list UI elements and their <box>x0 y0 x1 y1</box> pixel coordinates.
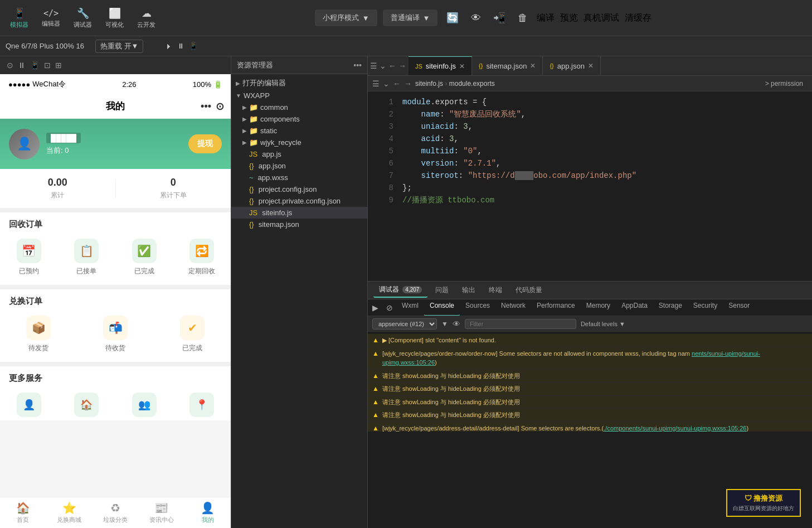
file-item-components[interactable]: ▶ 📁 components <box>231 113 367 125</box>
file-item-projectprivate[interactable]: {} project.private.config.json <box>231 195 367 207</box>
tab-sitemap[interactable]: {} sitemap.json ✕ <box>472 56 543 76</box>
breadcrumb-exports[interactable]: module.exports <box>449 80 495 88</box>
stop-icon[interactable]: ⏸ <box>177 42 184 50</box>
service-select[interactable]: appservice (#12) <box>372 318 437 330</box>
play-icon[interactable]: ⏵ <box>166 42 173 50</box>
right-arrow-icon[interactable]: → <box>398 61 406 70</box>
clear-cache-icon[interactable]: 🗑 <box>514 10 531 26</box>
tab-icon-siteinfo: JS <box>415 63 422 70</box>
console-link-1[interactable]: nents/sunui-upimg/sunui-upimg.wxss:105:2… <box>382 350 760 366</box>
file-item-sitemap[interactable]: {} sitemap.json <box>231 219 367 230</box>
order-item-received[interactable]: 📋 已接单 <box>58 239 116 276</box>
file-item-appjs[interactable]: JS app.js <box>231 148 367 160</box>
debug-tab-quality[interactable]: 代码质量 <box>510 283 548 297</box>
debug-tab-output[interactable]: 输出 <box>456 283 481 297</box>
file-item-wxapp[interactable]: ▼ WXAPP <box>231 90 367 101</box>
permission-hint[interactable]: > permission <box>761 80 808 88</box>
phone-icon[interactable]: 📱 <box>189 42 198 50</box>
filter-input[interactable] <box>465 319 576 329</box>
exchange-item-done[interactable]: ✔ 已完成 <box>154 316 231 353</box>
left-arrow-icon[interactable]: ← <box>388 61 396 70</box>
back-arrow-icon[interactable]: ← <box>393 79 401 88</box>
console-tab-security[interactable]: Security <box>688 299 723 316</box>
phone-ctrl-home[interactable]: 📱 <box>30 61 40 70</box>
preview-icon[interactable]: 👁 <box>468 10 484 26</box>
phone-ctrl-back[interactable]: ⊙ <box>7 61 13 70</box>
console-nav-left[interactable]: ▶ <box>368 303 383 312</box>
visual-btn[interactable]: ⬜ 可视化 <box>101 5 128 31</box>
service-item-home[interactable]: 🏠 <box>58 393 116 417</box>
tab-close-appjson[interactable]: ✕ <box>588 62 594 70</box>
console-nav-stop[interactable]: ⊘ <box>383 303 396 312</box>
file-item-opened-editors[interactable]: ▶ 打开的编辑器 <box>231 76 367 90</box>
console-tab-memory[interactable]: Memory <box>581 299 616 316</box>
tab-siteinfo[interactable]: JS siteinfo.js ✕ <box>409 56 472 76</box>
debug-tab-issues[interactable]: 问题 <box>430 283 454 297</box>
tab-appjson[interactable]: {} app.json ✕ <box>543 56 601 76</box>
file-item-common[interactable]: ▶ 📁 common <box>231 101 367 113</box>
editor-btn[interactable]: </> 编辑器 <box>37 6 65 30</box>
debug-tab-terminal[interactable]: 终端 <box>483 283 508 297</box>
chevron-down-icon[interactable]: ⌄ <box>380 61 386 70</box>
order-item-periodic[interactable]: 🔁 定期回收 <box>173 239 231 276</box>
device-debug-label: 真机调试 <box>584 12 619 24</box>
order-item-done[interactable]: ✅ 已完成 <box>115 239 173 276</box>
console-link-6[interactable]: ./components/sunui-upimg/sunui-upimg.wxs… <box>604 425 746 432</box>
default-levels[interactable]: Default levels ▼ <box>581 321 625 327</box>
console-tab-sources[interactable]: Sources <box>460 299 495 316</box>
file-item-wjyk[interactable]: ▶ 📁 wjyk_recycle <box>231 137 367 148</box>
file-item-appjson[interactable]: {} app.json <box>231 160 367 172</box>
console-tab-network[interactable]: Network <box>495 299 531 316</box>
withdraw-button[interactable]: 提现 <box>188 134 222 153</box>
more-dots-icon[interactable]: ••• <box>201 100 211 112</box>
fwd-arrow-icon[interactable]: → <box>404 79 412 88</box>
tab-close-sitemap[interactable]: ✕ <box>530 62 536 70</box>
console-eye-icon[interactable]: 👁 <box>453 319 460 328</box>
order-label-received: 已接单 <box>76 267 96 276</box>
file-panel-more-icon[interactable]: ••• <box>353 61 362 70</box>
console-msg-5: ▲ 请注意 showLoading 与 hideLoading 必须配对使用 <box>368 409 812 422</box>
menu-icon[interactable]: ☰ <box>370 61 377 70</box>
nav-item-news[interactable]: 📰 资讯中心 <box>138 501 184 524</box>
console-tab-performance[interactable]: Performance <box>531 299 581 316</box>
console-tab-appdata[interactable]: AppData <box>616 299 653 316</box>
compile-dropdown[interactable]: 普通编译 ▼ <box>383 9 438 26</box>
order-item-reserved[interactable]: 📅 已预约 <box>0 239 58 276</box>
phone-ctrl-scan[interactable]: ⊡ <box>44 61 51 70</box>
nav-item-exchange[interactable]: ⭐ 兑换商城 <box>46 501 93 524</box>
debug-tab-console-main[interactable]: 调试器 4,207 <box>373 283 427 298</box>
dropdown-arrow-service[interactable]: ▼ <box>441 320 448 328</box>
exchange-item-pending-receive[interactable]: 📬 待收货 <box>77 316 154 353</box>
stat-value-orders: 0 <box>116 177 231 188</box>
tab-close-siteinfo[interactable]: ✕ <box>459 62 465 70</box>
file-item-appwxss[interactable]: ~ app.wxss <box>231 172 367 183</box>
service-item-group[interactable]: 👥 <box>115 393 173 417</box>
hotload-button[interactable]: 热重载 开▼ <box>95 40 143 53</box>
mode-dropdown[interactable]: 小程序模式 ▼ <box>315 9 377 26</box>
console-tab-storage[interactable]: Storage <box>653 299 688 316</box>
device-debug-icon[interactable]: 📲 <box>490 9 509 26</box>
file-item-projectconfig[interactable]: {} project.config.json <box>231 183 367 195</box>
file-item-siteinfo[interactable]: JS siteinfo.js <box>231 207 367 219</box>
camera-icon[interactable]: ⊙ <box>216 100 224 113</box>
console-tab-console[interactable]: Console <box>424 299 460 316</box>
phone-ctrl-pause[interactable]: ⏸ <box>18 61 26 70</box>
refresh-icon[interactable]: 🔄 <box>443 9 462 26</box>
exchange-item-pending-ship[interactable]: 📦 待发货 <box>0 316 77 353</box>
console-tab-wxml[interactable]: Wxml <box>396 299 424 316</box>
debugger-btn[interactable]: 🔧 调试器 <box>69 5 96 31</box>
nav-item-profile[interactable]: 👤 我的 <box>184 501 231 524</box>
simulator-btn[interactable]: 📱 模拟器 <box>6 5 33 31</box>
cloud-btn[interactable]: ☁ 云开发 <box>133 5 160 31</box>
profile-info: █████ 当前: 0 <box>46 133 182 156</box>
wjyk-label: wjyk_recycle <box>260 138 302 147</box>
service-item-user[interactable]: 👤 <box>0 393 58 417</box>
watermark-subtitle: 白嫖互联网资源的好地方 <box>733 505 794 512</box>
nav-item-garbage[interactable]: ♻ 垃圾分类 <box>93 501 139 524</box>
phone-ctrl-more[interactable]: ⊞ <box>55 61 62 70</box>
breadcrumb-file[interactable]: siteinfo.js <box>415 80 443 88</box>
file-item-static[interactable]: ▶ 📁 static <box>231 125 367 137</box>
nav-item-home[interactable]: 🏠 首页 <box>0 501 46 524</box>
service-item-location[interactable]: 📍 <box>173 393 231 417</box>
console-tab-sensor[interactable]: Sensor <box>723 299 755 316</box>
